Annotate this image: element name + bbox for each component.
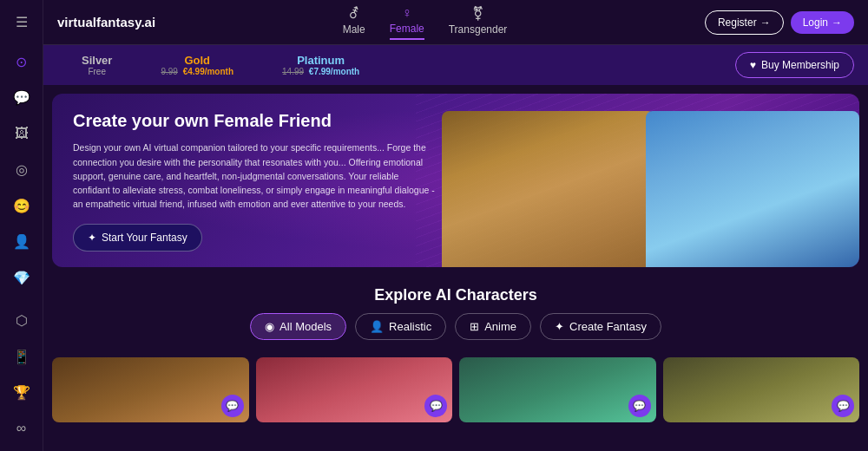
nav-male-label: Male: [343, 23, 365, 36]
filter-realistic[interactable]: 👤 Realistic: [355, 313, 446, 340]
nav-actions: Register → Login →: [705, 10, 854, 35]
character-card-2[interactable]: 💬: [256, 357, 453, 422]
filter-anime[interactable]: ⊞ Anime: [455, 313, 531, 340]
character-card-1[interactable]: 💬: [52, 357, 249, 422]
anime-icon: ⊞: [470, 320, 479, 333]
sidebar-infinity-icon[interactable]: ∞: [10, 419, 34, 440]
hero-cta-button[interactable]: ✦ Start Your Fantasy: [73, 224, 202, 252]
filter-create-fantasy[interactable]: ✦ Create Fantasy: [540, 313, 661, 340]
sidebar-target-icon[interactable]: ◎: [10, 160, 34, 180]
sidebar-discord-icon[interactable]: ⬡: [10, 310, 34, 331]
card-1-chat-button[interactable]: 💬: [221, 395, 244, 417]
nav-transgender-label: Transgender: [449, 23, 508, 36]
filter-anime-label: Anime: [484, 320, 516, 333]
tier-silver-sub: Free: [88, 67, 106, 76]
hero-cta-label: Start Your Fantasy: [102, 232, 187, 244]
explore-title: Explore AI Characters: [57, 286, 854, 304]
hero-title: Create your own Female Friend: [73, 109, 435, 132]
male-icon: ⚦: [348, 5, 359, 22]
create-fantasy-icon: ✦: [555, 320, 564, 333]
membership-bar: Silver Free Gold 9.99 €4.99/month Platin…: [43, 45, 868, 85]
tier-gold-price: 9.99 €4.99/month: [161, 67, 233, 76]
tier-platinum-price: 14.99 €7.99/month: [282, 67, 359, 76]
sidebar-menu-icon[interactable]: ☰: [10, 12, 34, 33]
all-models-icon: ◉: [265, 320, 274, 333]
sidebar-smile-icon[interactable]: 😊: [10, 196, 34, 217]
logo: virtualfantasy.ai: [57, 15, 155, 29]
card-4-chat-button[interactable]: 💬: [832, 395, 854, 417]
sidebar: ☰ ⊙ 💬 🖼 ◎ 😊 👤 💎 ⬡ 📱 🏆 ∞: [0, 0, 43, 451]
card-3-chat-button[interactable]: 💬: [628, 395, 651, 417]
card-1-bg: [52, 357, 249, 422]
register-arrow-icon: →: [760, 16, 771, 29]
tier-silver-name: Silver: [82, 54, 112, 67]
card-3-bg: [459, 357, 656, 422]
sidebar-trophy-icon[interactable]: 🏆: [10, 382, 34, 403]
topnav: virtualfantasy.ai ⚦ Male ♀ Female ⚧ Tran…: [43, 0, 868, 45]
wand-icon: ✦: [88, 232, 96, 244]
tier-gold-old-price: 9.99: [161, 67, 177, 76]
hero-character-1: [442, 111, 655, 267]
character-cards: 💬 💬 💬 💬: [43, 357, 868, 422]
hero-character-2: [646, 111, 859, 267]
sidebar-compass-icon[interactable]: ⊙: [10, 52, 34, 73]
transgender-icon: ⚧: [472, 5, 483, 22]
nav-male[interactable]: ⚦ Male: [343, 5, 365, 40]
tier-platinum-name: Platinum: [297, 54, 345, 67]
buy-membership-button[interactable]: ♥ Buy Membership: [735, 52, 854, 78]
sidebar-person-icon[interactable]: 👤: [10, 232, 34, 252]
nav-links: ⚦ Male ♀ Female ⚧ Transgender: [180, 5, 670, 40]
membership-tiers: Silver Free Gold 9.99 €4.99/month Platin…: [57, 50, 735, 80]
character-card-3[interactable]: 💬: [459, 357, 656, 422]
realistic-icon: 👤: [370, 320, 384, 333]
tier-gold-name: Gold: [184, 54, 210, 67]
nav-female[interactable]: ♀ Female: [390, 5, 424, 40]
heart-icon: ♥: [750, 59, 756, 71]
filter-all-models[interactable]: ◉ All Models: [250, 313, 346, 340]
tier-gold[interactable]: Gold 9.99 €4.99/month: [136, 50, 258, 80]
card-2-bg: [256, 357, 453, 422]
tier-platinum-old-price: 14.99: [282, 67, 304, 76]
tier-silver[interactable]: Silver Free: [57, 50, 136, 80]
tier-gold-new-price: €4.99/month: [183, 67, 233, 76]
nav-female-label: Female: [390, 23, 424, 35]
register-button[interactable]: Register →: [705, 10, 784, 35]
login-arrow-icon: →: [832, 16, 842, 29]
sidebar-diamond-icon[interactable]: 💎: [10, 268, 34, 289]
character-card-4[interactable]: 💬: [663, 357, 860, 422]
nav-transgender[interactable]: ⚧ Transgender: [449, 5, 508, 40]
female-icon: ♀: [402, 5, 412, 21]
hero-banner: Create your own Female Friend Design you…: [52, 94, 859, 267]
hero-description: Design your own AI virtual companion tai…: [73, 141, 435, 211]
filter-all-label: All Models: [279, 320, 332, 333]
explore-section: Explore AI Characters ◉ All Models 👤 Rea…: [43, 276, 868, 357]
register-label: Register: [718, 16, 757, 29]
tier-platinum-new-price: €7.99/month: [309, 67, 359, 76]
sidebar-image-icon[interactable]: 🖼: [10, 124, 34, 145]
filter-tabs: ◉ All Models 👤 Realistic ⊞ Anime ✦ Creat…: [57, 313, 854, 340]
hero-content: Create your own Female Friend Design you…: [52, 94, 456, 267]
tier-platinum[interactable]: Platinum 14.99 €7.99/month: [258, 50, 384, 80]
login-label: Login: [803, 16, 828, 29]
card-2-chat-button[interactable]: 💬: [424, 395, 447, 417]
hero-character-images: [416, 94, 860, 267]
sidebar-chat-icon[interactable]: 💬: [10, 88, 34, 108]
card-4-bg: [663, 357, 860, 422]
sidebar-mobile-icon[interactable]: 📱: [10, 347, 34, 368]
main-content: virtualfantasy.ai ⚦ Male ♀ Female ⚧ Tran…: [43, 0, 868, 451]
filter-realistic-label: Realistic: [389, 320, 431, 333]
buy-membership-label: Buy Membership: [761, 59, 839, 71]
login-button[interactable]: Login →: [791, 11, 854, 34]
filter-create-label: Create Fantasy: [569, 320, 647, 333]
